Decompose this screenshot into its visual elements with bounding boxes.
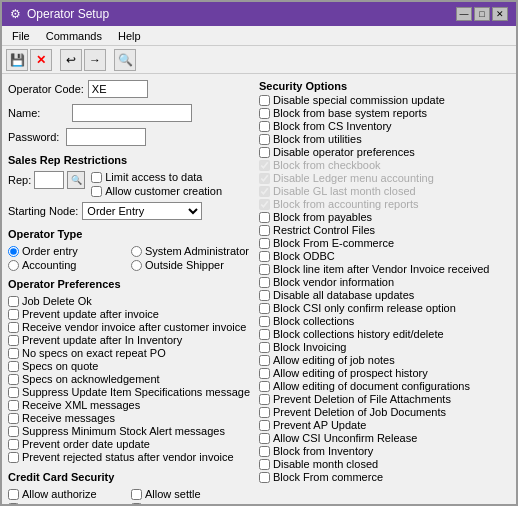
security-checkbox-16[interactable] (259, 303, 270, 314)
security-options-list: Disable special commission updateBlock f… (259, 94, 510, 484)
op-pref-checkbox-9[interactable] (8, 413, 19, 424)
security-label-27: Block from Inventory (273, 445, 373, 457)
security-checkbox-27[interactable] (259, 446, 270, 457)
security-checkbox-24[interactable] (259, 407, 270, 418)
security-label-22: Allow editing of document configurations (273, 380, 470, 392)
operator-type-title: Operator Type (8, 228, 253, 240)
security-checkbox-13[interactable] (259, 264, 270, 275)
toolbar-back[interactable]: ↩ (60, 49, 82, 71)
op-pref-checkbox-12[interactable] (8, 452, 19, 463)
credit-checkbox-0-1[interactable] (131, 489, 142, 500)
operator-code-input[interactable] (88, 80, 148, 98)
security-checkbox-29[interactable] (259, 472, 270, 483)
toolbar-forward[interactable]: → (84, 49, 106, 71)
security-checkbox-12[interactable] (259, 251, 270, 262)
menu-help[interactable]: Help (112, 29, 147, 43)
security-label-15: Disable all database updates (273, 289, 414, 301)
security-checkbox-5[interactable] (259, 160, 270, 171)
title-bar-left: ⚙ Operator Setup (10, 7, 109, 21)
op-pref-checkbox-2[interactable] (8, 322, 19, 333)
security-checkbox-25[interactable] (259, 420, 270, 431)
security-row-10: Restrict Control Files (259, 224, 510, 236)
left-panel: Operator Code: Name: Password: Sales Rep… (8, 80, 253, 498)
password-input[interactable] (66, 128, 146, 146)
security-checkbox-0[interactable] (259, 95, 270, 106)
close-button[interactable]: ✕ (492, 7, 508, 21)
starting-node-select[interactable]: Order Entry Accounting Inventory Main Me… (82, 202, 202, 220)
security-checkbox-9[interactable] (259, 212, 270, 223)
toolbar-search[interactable]: 🔍 (114, 49, 136, 71)
security-label-9: Block from payables (273, 211, 372, 223)
security-checkbox-22[interactable] (259, 381, 270, 392)
security-checkbox-17[interactable] (259, 316, 270, 327)
security-checkbox-7[interactable] (259, 186, 270, 197)
op-pref-row-1: Prevent update after invoice (8, 308, 253, 320)
op-pref-label-5: Specs on quote (22, 360, 98, 372)
op-pref-checkbox-5[interactable] (8, 361, 19, 372)
security-checkbox-8[interactable] (259, 199, 270, 210)
credit-checkbox-1-0[interactable] (8, 503, 19, 505)
limit-access-checkbox[interactable] (91, 172, 102, 183)
maximize-button[interactable]: □ (474, 7, 490, 21)
op-pref-row-10: Suppress Minimum Stock Alert messages (8, 425, 253, 437)
security-checkbox-20[interactable] (259, 355, 270, 366)
op-pref-checkbox-3[interactable] (8, 335, 19, 346)
credit-row-1-0: Allow card storage (8, 502, 130, 504)
allow-customer-checkbox[interactable] (91, 186, 102, 197)
security-checkbox-23[interactable] (259, 394, 270, 405)
op-pref-label-0: Job Delete Ok (22, 295, 92, 307)
security-label-19: Block Invoicing (273, 341, 346, 353)
security-checkbox-6[interactable] (259, 173, 270, 184)
op-pref-checkbox-0[interactable] (8, 296, 19, 307)
security-row-1: Block from base system reports (259, 107, 510, 119)
radio-order-entry-input[interactable] (8, 246, 19, 257)
toolbar-save[interactable]: 💾 (6, 49, 28, 71)
radio-sys-admin-input[interactable] (131, 246, 142, 257)
security-checkbox-3[interactable] (259, 134, 270, 145)
security-label-4: Disable operator preferences (273, 146, 415, 158)
menu-file[interactable]: File (6, 29, 36, 43)
op-pref-label-12: Prevent rejected status after vendor inv… (22, 451, 234, 463)
menu-commands[interactable]: Commands (40, 29, 108, 43)
op-pref-checkbox-4[interactable] (8, 348, 19, 359)
operator-type-section: Order entry System Administrator Account… (8, 245, 253, 272)
security-row-27: Block from Inventory (259, 445, 510, 457)
toolbar-close[interactable]: ✕ (30, 49, 52, 71)
security-checkbox-19[interactable] (259, 342, 270, 353)
security-row-8: Block from accounting reports (259, 198, 510, 210)
security-checkbox-15[interactable] (259, 290, 270, 301)
credit-checkbox-1-1[interactable] (131, 503, 142, 505)
op-pref-row-8: Receive XML messages (8, 399, 253, 411)
radio-accounting-label: Accounting (22, 259, 76, 271)
radio-accounting-input[interactable] (8, 260, 19, 271)
radio-outside-shipper-label: Outside Shipper (145, 259, 224, 271)
radio-outside-shipper-input[interactable] (131, 260, 142, 271)
minimize-button[interactable]: — (456, 7, 472, 21)
security-checkbox-21[interactable] (259, 368, 270, 379)
security-row-18: Block collections history edit/delete (259, 328, 510, 340)
security-checkbox-10[interactable] (259, 225, 270, 236)
security-label-13: Block line item after Vendor Invoice rec… (273, 263, 489, 275)
credit-label-0-1: Allow settle (145, 488, 201, 500)
security-checkbox-4[interactable] (259, 147, 270, 158)
op-pref-checkbox-10[interactable] (8, 426, 19, 437)
op-pref-checkbox-8[interactable] (8, 400, 19, 411)
security-checkbox-18[interactable] (259, 329, 270, 340)
security-checkbox-1[interactable] (259, 108, 270, 119)
rep-input[interactable] (34, 171, 64, 189)
credit-security-grid: Allow authorizeAllow settleAllow card st… (8, 488, 253, 504)
security-checkbox-26[interactable] (259, 433, 270, 444)
op-pref-row-4: No specs on exact repeat PO (8, 347, 253, 359)
credit-checkbox-0-0[interactable] (8, 489, 19, 500)
security-options-title: Security Options (259, 80, 510, 92)
op-pref-checkbox-7[interactable] (8, 387, 19, 398)
op-pref-checkbox-6[interactable] (8, 374, 19, 385)
op-pref-checkbox-1[interactable] (8, 309, 19, 320)
name-input[interactable] (72, 104, 192, 122)
security-checkbox-2[interactable] (259, 121, 270, 132)
security-checkbox-28[interactable] (259, 459, 270, 470)
security-checkbox-14[interactable] (259, 277, 270, 288)
rep-search-btn[interactable]: 🔍 (67, 171, 85, 189)
security-checkbox-11[interactable] (259, 238, 270, 249)
op-pref-checkbox-11[interactable] (8, 439, 19, 450)
